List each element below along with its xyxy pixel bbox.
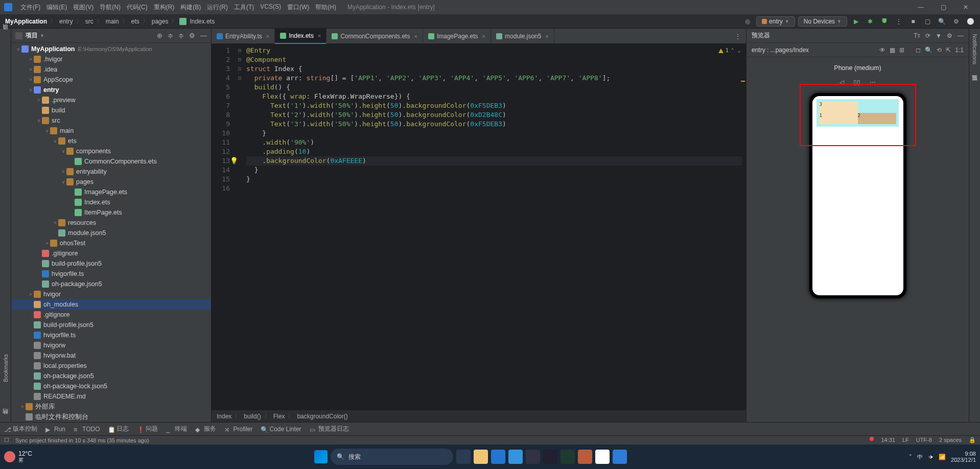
menu-item[interactable]: 代码(C) (124, 2, 151, 13)
code-editor[interactable]: 12345678910111213141516 ⊟⊟⊡⊡ @Entry@Comp… (212, 44, 746, 410)
tree-row[interactable]: build-profile.json5 (11, 259, 211, 269)
editor-tab[interactable]: EntryAbility.ts× (212, 29, 275, 44)
taskbar-app-dg[interactable] (561, 450, 575, 464)
minimize-button[interactable]: — (911, 4, 931, 11)
taskbar-search[interactable]: 🔍 搜索 (331, 449, 453, 465)
profile-button[interactable]: ⋮ (893, 16, 904, 27)
settings-icon[interactable]: ⚙ (189, 32, 195, 39)
fold-gutter[interactable]: ⊟⊟⊡⊡ (235, 44, 244, 410)
editor-breadcrumb-item[interactable]: backgroundColor() (297, 413, 347, 420)
layout-icon[interactable]: ▦ (890, 46, 895, 54)
tree-row[interactable]: .gitignore (11, 310, 211, 320)
menu-item[interactable]: 帮助(H) (312, 2, 339, 13)
tree-row[interactable]: >.preview (11, 95, 211, 105)
menu-item[interactable]: 窗口(W) (284, 2, 312, 13)
editor-tab[interactable]: Index.ets× (275, 29, 326, 44)
tree-row[interactable]: ImagePage.ets (11, 187, 211, 197)
volume-icon[interactable]: 📶 (939, 454, 946, 460)
expand-icon[interactable]: ≑ (168, 32, 173, 39)
tabs-more-icon[interactable]: ⋮ (730, 33, 746, 40)
chevron-down-icon[interactable]: ▼ (40, 33, 44, 38)
preview-tool-icon[interactable]: Tт (914, 32, 920, 39)
taskbar-app-store[interactable] (508, 450, 523, 464)
status-indent[interactable]: 2 spaces (939, 437, 962, 443)
menu-item[interactable]: 视图(V) (70, 2, 97, 13)
taskbar-app-deveco[interactable] (613, 450, 627, 464)
breadcrumb-item[interactable]: ets (130, 18, 141, 25)
tool-window-button[interactable]: ≡TODO (74, 426, 100, 433)
menu-item[interactable]: 运行(R) (204, 2, 231, 13)
tree-row[interactable]: .gitignore (11, 248, 211, 259)
tray-chevron-icon[interactable]: ˄ (909, 454, 912, 460)
scale-label[interactable]: 1:1 (955, 46, 964, 54)
breadcrumb-item[interactable]: MyApplication (4, 18, 48, 25)
tree-row[interactable]: oh_modules (11, 299, 211, 310)
weather-icon[interactable] (4, 451, 15, 462)
taskbar-clock-time[interactable]: 9:08 (951, 451, 976, 457)
user-icon[interactable]: ⚪ (965, 16, 976, 27)
settings-icon[interactable]: ⚙ (950, 16, 962, 27)
lock-icon[interactable]: 🔒 (969, 437, 976, 443)
breadcrumb-item[interactable]: Index.ets (189, 18, 216, 25)
tree-row[interactable]: vets (11, 136, 211, 146)
tree-row[interactable]: >外部库 (11, 402, 211, 412)
taskbar-app-chrome[interactable] (595, 450, 610, 464)
taskbar-app-m[interactable] (578, 450, 592, 464)
tree-row[interactable]: hvigorw (11, 340, 211, 350)
breadcrumb-item[interactable]: pages (151, 18, 170, 25)
export-icon[interactable]: ⇱ (946, 46, 951, 54)
wifi-icon[interactable]: 🕩 (928, 454, 934, 460)
error-stripe[interactable] (740, 44, 746, 410)
tool-window-button[interactable]: ⤨Profiler (224, 426, 252, 433)
tree-row[interactable]: oh-package.json5 (11, 371, 211, 381)
tree-row[interactable]: vsrc (11, 115, 211, 126)
left-gutter-structure[interactable]: 结构 (2, 416, 9, 422)
breadcrumb-item[interactable]: src (84, 18, 95, 25)
right-gutter-preview[interactable]: 预览器 (971, 67, 978, 74)
locate-icon[interactable]: ⊕ (157, 32, 162, 39)
maximize-button[interactable]: ▢ (933, 4, 953, 11)
crop-icon[interactable]: ◻ (916, 46, 921, 54)
tab-close-icon[interactable]: × (545, 33, 548, 39)
menu-item[interactable]: 导航(N) (97, 2, 124, 13)
tree-row[interactable]: vpages (11, 177, 211, 187)
editor-breadcrumb-item[interactable]: build() (244, 413, 261, 420)
breadcrumb-item[interactable]: main (105, 18, 120, 25)
editor-tab[interactable]: ImagePage.ets× (423, 29, 491, 44)
debug-button[interactable]: ✱ (865, 16, 876, 27)
tree-row[interactable]: build (11, 105, 211, 115)
project-tree[interactable]: v MyApplication E:\HarmonyOS\MyApplicati… (11, 43, 211, 422)
more-icon[interactable]: ⋯ (870, 79, 876, 86)
filter-icon[interactable]: ▼ (936, 32, 942, 39)
tree-row[interactable]: >.idea (11, 64, 211, 75)
tool-window-button[interactable]: ❗问题 (137, 425, 158, 433)
grid-icon[interactable]: ⊞ (899, 46, 904, 54)
target-icon[interactable]: ◎ (742, 16, 753, 27)
status-encoding[interactable]: UTF-8 (916, 437, 932, 443)
left-gutter-project[interactable]: 项目 (2, 31, 9, 37)
inspection-indicator[interactable]: 1 ⌃ ⌄ (718, 46, 741, 55)
tree-row[interactable]: ventry (11, 85, 211, 95)
start-button[interactable] (314, 450, 328, 463)
eye-icon[interactable]: 👁 (879, 46, 885, 54)
orientation-icon[interactable]: ▯▯ (853, 79, 860, 86)
breadcrumb-item[interactable]: entry (58, 18, 74, 25)
hide-icon[interactable]: — (200, 32, 207, 39)
coverage-button[interactable]: ⛊ (879, 16, 890, 27)
tool-window-button[interactable]: ⎯终端 (166, 425, 187, 433)
tool-window-button[interactable]: 🔍Code Linter (261, 426, 301, 433)
tree-row[interactable]: build-profile.json5 (11, 320, 211, 330)
taskbar-app-taskview[interactable] (456, 450, 471, 464)
taskbar-app-explorer[interactable] (474, 450, 488, 464)
collapse-icon[interactable]: ≑ (178, 32, 184, 39)
left-gutter-bookmarks[interactable]: Bookmarks (3, 351, 9, 385)
menu-item[interactable]: 编辑(E) (43, 2, 70, 13)
search-icon[interactable]: 🔍 (936, 16, 947, 27)
taskbar-app-pp[interactable] (543, 450, 557, 464)
tree-root[interactable]: v MyApplication E:\HarmonyOS\MyApplicati… (11, 44, 211, 54)
tool-window-button[interactable]: ▶Run (45, 426, 65, 433)
tree-row[interactable]: oh-package.json5 (11, 279, 211, 289)
tool-icon[interactable]: ▢ (922, 16, 933, 27)
tab-close-icon[interactable]: × (482, 33, 485, 39)
close-button[interactable]: ✕ (955, 4, 976, 11)
